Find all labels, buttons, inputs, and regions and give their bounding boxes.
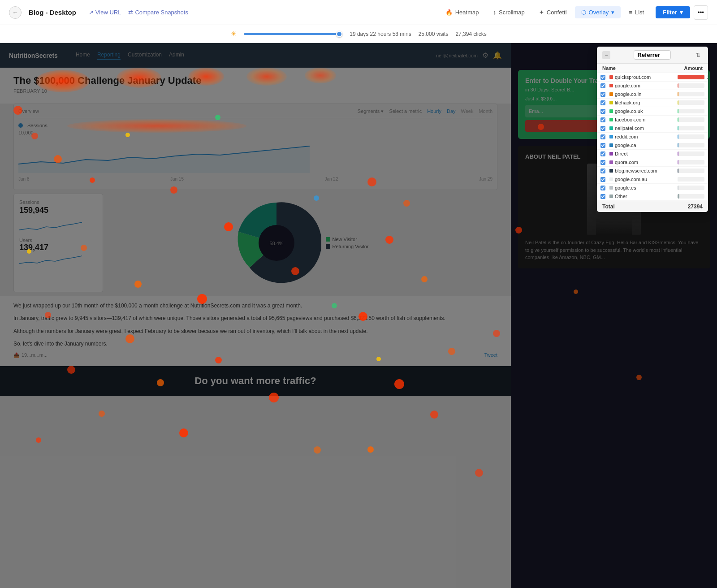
col-name-header: Name <box>602 65 667 71</box>
notification-icon: 🔔 <box>493 51 502 60</box>
ga-tab-overview: Overview <box>18 108 39 114</box>
ga-select-metric: Select a metric <box>389 108 422 114</box>
row-bar-wrap <box>678 83 704 88</box>
sessions-stat-value: 159,945 <box>19 206 97 215</box>
row-bar-cell: 117 <box>678 100 704 105</box>
row-bar <box>678 117 678 122</box>
row-bar-cell: 46 <box>678 185 704 190</box>
row-checkbox[interactable] <box>600 186 605 190</box>
row-name: google.com.au <box>609 177 676 182</box>
referrer-row: google.co.uk 108 <box>597 107 708 116</box>
chart-label-jan8: Jan 8 <box>18 177 29 182</box>
pie-legend: New Visitor Returning Visitor <box>326 237 368 249</box>
row-checkbox[interactable] <box>600 109 605 114</box>
row-checkbox[interactable] <box>600 126 605 131</box>
row-amount: 90 <box>706 125 708 131</box>
article-header-area: The $100,000 Challenge January Update FE… <box>0 68 511 104</box>
total-value: 27394 <box>688 203 703 210</box>
row-amount: 1,442 <box>706 194 708 199</box>
site-nav: Home Reporting Customization Admin <box>76 52 184 60</box>
timeline-track[interactable] <box>244 33 342 35</box>
row-checkbox[interactable] <box>600 194 605 199</box>
row-bar-wrap <box>678 100 704 105</box>
sessions-label: Sessions <box>27 123 48 128</box>
row-checkbox[interactable] <box>600 75 605 80</box>
row-color-indicator <box>609 186 613 190</box>
ga-hourly: Hourly <box>427 108 441 114</box>
sessions-value-10000: 10,000 <box>18 130 492 135</box>
overlay-button[interactable]: ⬡ Overlay ▾ <box>575 6 621 18</box>
ga-day: Day <box>447 108 456 114</box>
heatmap-button[interactable]: 🔥 Heatmap <box>439 6 485 18</box>
list-button[interactable]: ≡ List <box>622 6 650 18</box>
row-name: reddit.com <box>609 134 676 139</box>
users-stat-value: 139,417 <box>19 243 97 252</box>
row-bar-wrap <box>678 134 704 139</box>
row-checkbox[interactable] <box>600 143 605 148</box>
row-bar-cell: 496 <box>678 91 704 97</box>
row-bar <box>678 75 704 79</box>
article-body: We just wrapped up our 10th month of the… <box>0 296 511 366</box>
row-color-indicator <box>609 75 613 79</box>
timeline-thumb <box>336 31 342 37</box>
confetti-button[interactable]: ✦ Confetti <box>533 6 573 18</box>
panel-sort-button[interactable]: ⇅ <box>694 51 703 60</box>
filter-chevron-icon: ▾ <box>680 9 683 16</box>
legend-new-color <box>326 237 330 242</box>
row-checkbox[interactable] <box>600 160 605 165</box>
panel-table-header: Name Amount <box>597 64 708 73</box>
row-bar-wrap <box>678 169 704 173</box>
article-para1: We just wrapped up our 10th month of the… <box>13 301 497 310</box>
filter-button[interactable]: Filter ▾ <box>656 6 690 18</box>
panel-minimize-button[interactable]: − <box>602 51 610 59</box>
row-bar <box>678 151 678 156</box>
referrer-row: quora.com 61 <box>597 158 708 167</box>
main-content: NutritionSecrets Home Reporting Customiz… <box>0 43 717 588</box>
row-color-indicator <box>609 84 613 87</box>
referrer-row: blog.newscred.com 56 <box>597 167 708 175</box>
row-amount: 56 <box>706 168 708 173</box>
footer-cta-title: Do you want more traffic? <box>13 375 497 387</box>
compare-snapshots-link[interactable]: ⇄ Compare Snapshots <box>128 9 188 16</box>
row-name: google.com <box>609 83 676 88</box>
row-name: blog.newscred.com <box>609 168 676 173</box>
row-color-indicator <box>609 160 613 164</box>
site-header: NutritionSecrets Home Reporting Customiz… <box>0 43 511 68</box>
row-checkbox[interactable] <box>600 151 605 156</box>
row-amount: 117 <box>706 100 708 105</box>
share-label: 19...m...m... <box>22 352 48 358</box>
row-bar <box>678 134 678 139</box>
view-url-link[interactable]: ↗ View URL <box>89 9 121 16</box>
row-checkbox[interactable] <box>600 117 605 122</box>
stats-pie-row: Sessions 159,945 Users 139,417 <box>13 194 497 292</box>
row-checkbox[interactable] <box>600 83 605 88</box>
site-logo: NutritionSecrets <box>9 52 58 59</box>
row-bar <box>678 177 678 182</box>
row-checkbox[interactable] <box>600 134 605 139</box>
svg-text:58.4%: 58.4% <box>270 241 284 246</box>
back-button[interactable]: ← <box>9 6 22 19</box>
row-checkbox[interactable] <box>600 100 605 105</box>
users-sparkline <box>19 252 82 266</box>
sessions-sparkline <box>19 219 82 232</box>
row-color-indicator <box>609 126 613 130</box>
stats-block: Sessions 159,945 Users 139,417 <box>13 194 103 292</box>
legend-returning: Returning Visitor <box>326 244 368 249</box>
more-options-button[interactable]: ••• <box>694 5 708 20</box>
scrollmap-button[interactable]: ↕ Scrollmap <box>487 6 531 18</box>
row-bar-wrap <box>678 151 704 156</box>
row-checkbox[interactable] <box>600 177 605 182</box>
row-checkbox[interactable] <box>600 92 605 97</box>
row-checkbox[interactable] <box>600 169 605 173</box>
overlay-chevron-icon: ▾ <box>611 9 614 16</box>
website-main-column: NutritionSecrets Home Reporting Customiz… <box>0 43 511 588</box>
referrer-dropdown[interactable]: Referrer Browser OS Device <box>634 50 671 60</box>
row-bar <box>678 100 678 105</box>
timeline-fill <box>244 33 342 35</box>
site-user: neil@neilpatel.com <box>436 53 478 58</box>
row-bar <box>678 186 678 190</box>
row-bar-wrap <box>678 75 704 79</box>
referrer-panel: − Referrer Browser OS Device ⇅ Name Amou… <box>597 47 708 212</box>
tweet-link[interactable]: Tweet <box>484 352 497 358</box>
row-bar-cell: 56 <box>678 168 704 173</box>
